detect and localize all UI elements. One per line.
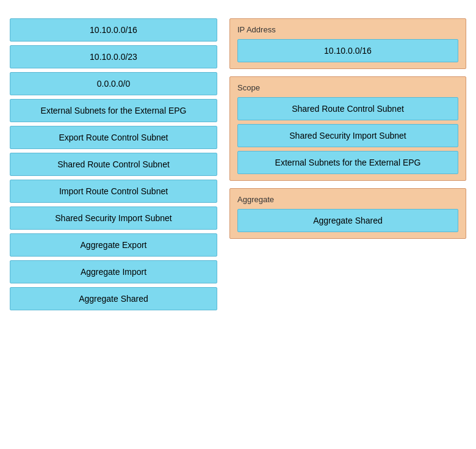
source-item-shared_security[interactable]: Shared Security Import Subnet [10,206,217,230]
drop-zone-content-aggregate_zone: Aggregate Shared [237,209,458,232]
drop-zone-content-ip_address_zone: 10.10.0.0/16 [237,39,458,62]
drop-zone-aggregate_zone: AggregateAggregate Shared [229,188,466,239]
source-item-agg_shared[interactable]: Aggregate Shared [10,287,217,310]
source-item-ext_epg[interactable]: External Subnets for the External EPG [10,99,217,122]
drop-item-drop_shared_route[interactable]: Shared Route Control Subnet [237,97,458,120]
drop-zone-scope_zone: ScopeShared Route Control SubnetShared S… [229,76,466,181]
source-item-ip2[interactable]: 10.10.0.0/23 [10,45,217,68]
drop-zone-title-ip_address_zone: IP Address [237,25,458,34]
drop-zone-title-aggregate_zone: Aggregate [237,195,458,204]
source-item-agg_export[interactable]: Aggregate Export [10,233,217,257]
source-item-shared_route[interactable]: Shared Route Control Subnet [10,153,217,176]
source-item-ip3[interactable]: 0.0.0.0/0 [10,72,217,95]
drop-item-drop_agg_shared[interactable]: Aggregate Shared [237,209,458,232]
drop-zone-content-scope_zone: Shared Route Control SubnetShared Securi… [237,97,458,174]
source-item-ip1[interactable]: 10.10.0.0/16 [10,18,217,42]
source-item-import_route[interactable]: Import Route Control Subnet [10,180,217,203]
drop-zone-title-scope_zone: Scope [237,83,458,92]
source-item-export_route[interactable]: Export Route Control Subnet [10,126,217,149]
source-item-agg_import[interactable]: Aggregate Import [10,260,217,283]
drop-item-drop_ext_epg[interactable]: External Subnets for the External EPG [237,151,458,174]
drop-zone-ip_address_zone: IP Address10.10.0.0/16 [229,18,466,69]
drop-item-drop_shared_security[interactable]: Shared Security Import Subnet [237,124,458,147]
source-list: 10.10.0.0/1610.10.0.0/230.0.0.0/0Externa… [10,18,217,310]
drop-item-drop_ip1[interactable]: 10.10.0.0/16 [237,39,458,62]
drop-zones: IP Address10.10.0.0/16ScopeShared Route … [229,18,466,239]
